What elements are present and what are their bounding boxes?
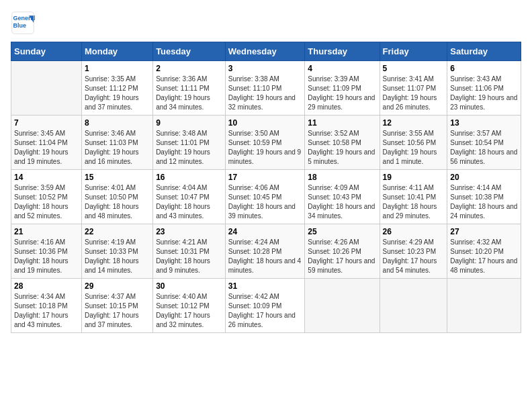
calendar-cell — [447, 279, 521, 333]
day-number: 19 — [383, 173, 445, 182]
calendar-cell: 13Sunrise: 3:57 AM Sunset: 10:54 PM Dayl… — [447, 116, 521, 170]
day-number: 31 — [228, 281, 302, 291]
calendar-cell: 2Sunrise: 3:36 AM Sunset: 11:11 PM Dayli… — [153, 61, 226, 116]
calendar-cell: 23Sunrise: 4:21 AM Sunset: 10:31 PM Dayl… — [153, 224, 226, 279]
day-info: Sunrise: 4:32 AM Sunset: 10:20 PM Daylig… — [450, 238, 518, 275]
calendar-cell: 5Sunrise: 3:41 AM Sunset: 11:07 PM Dayli… — [380, 61, 447, 116]
calendar-cell: 26Sunrise: 4:29 AM Sunset: 10:23 PM Dayl… — [380, 224, 447, 279]
calendar-cell: 12Sunrise: 3:55 AM Sunset: 10:56 PM Dayl… — [380, 116, 447, 170]
header-tuesday: Tuesday — [153, 42, 226, 61]
calendar-cell: 19Sunrise: 4:11 AM Sunset: 10:41 PM Dayl… — [380, 170, 447, 224]
day-info: Sunrise: 4:37 AM Sunset: 10:15 PM Daylig… — [85, 292, 150, 330]
day-number: 12 — [383, 118, 445, 128]
calendar-cell — [380, 279, 447, 333]
day-info: Sunrise: 3:35 AM Sunset: 11:12 PM Daylig… — [85, 75, 150, 112]
calendar-cell: 4Sunrise: 3:39 AM Sunset: 11:09 PM Dayli… — [305, 61, 380, 116]
calendar-cell: 25Sunrise: 4:26 AM Sunset: 10:26 PM Dayl… — [305, 224, 380, 279]
day-number: 2 — [156, 64, 222, 73]
calendar-cell: 14Sunrise: 3:59 AM Sunset: 10:52 PM Dayl… — [11, 170, 82, 224]
day-number: 25 — [308, 227, 376, 236]
day-number: 27 — [450, 227, 518, 236]
calendar-header-row: SundayMondayTuesdayWednesdayThursdayFrid… — [11, 42, 521, 61]
day-number: 5 — [383, 64, 445, 73]
day-number: 17 — [228, 173, 302, 182]
calendar-week-row: 7Sunrise: 3:45 AM Sunset: 11:04 PM Dayli… — [11, 116, 521, 170]
calendar-week-row: 1Sunrise: 3:35 AM Sunset: 11:12 PM Dayli… — [11, 61, 521, 116]
day-info: Sunrise: 3:46 AM Sunset: 11:03 PM Daylig… — [85, 129, 150, 167]
logo-icon: General Blue — [11, 11, 35, 35]
day-info: Sunrise: 3:55 AM Sunset: 10:56 PM Daylig… — [383, 129, 445, 167]
day-info: Sunrise: 3:48 AM Sunset: 11:01 PM Daylig… — [156, 129, 222, 167]
day-number: 22 — [85, 227, 150, 236]
day-info: Sunrise: 4:16 AM Sunset: 10:36 PM Daylig… — [14, 238, 79, 275]
day-number: 1 — [85, 64, 150, 73]
day-number: 15 — [85, 173, 150, 182]
day-info: Sunrise: 4:40 AM Sunset: 10:12 PM Daylig… — [156, 292, 222, 330]
day-number: 8 — [85, 118, 150, 128]
calendar-cell: 24Sunrise: 4:24 AM Sunset: 10:28 PM Dayl… — [225, 224, 305, 279]
day-number: 16 — [156, 173, 222, 182]
calendar-cell: 7Sunrise: 3:45 AM Sunset: 11:04 PM Dayli… — [11, 116, 82, 170]
day-number: 10 — [228, 118, 302, 128]
calendar-cell: 11Sunrise: 3:52 AM Sunset: 10:58 PM Dayl… — [305, 116, 380, 170]
calendar-cell: 8Sunrise: 3:46 AM Sunset: 11:03 PM Dayli… — [81, 116, 152, 170]
calendar-cell: 3Sunrise: 3:38 AM Sunset: 11:10 PM Dayli… — [225, 61, 305, 116]
day-number: 11 — [308, 118, 376, 128]
page-header: General Blue — [11, 11, 521, 35]
day-info: Sunrise: 3:59 AM Sunset: 10:52 PM Daylig… — [14, 183, 79, 221]
day-number: 30 — [156, 281, 222, 291]
day-number: 28 — [14, 281, 79, 291]
calendar-cell: 31Sunrise: 4:42 AM Sunset: 10:09 PM Dayl… — [225, 279, 305, 333]
header-thursday: Thursday — [305, 42, 380, 61]
day-info: Sunrise: 4:21 AM Sunset: 10:31 PM Daylig… — [156, 238, 222, 275]
day-number: 18 — [308, 173, 376, 182]
day-number: 26 — [383, 227, 445, 236]
calendar-cell: 18Sunrise: 4:09 AM Sunset: 10:43 PM Dayl… — [305, 170, 380, 224]
day-info: Sunrise: 4:19 AM Sunset: 10:33 PM Daylig… — [85, 238, 150, 275]
calendar-cell: 30Sunrise: 4:40 AM Sunset: 10:12 PM Dayl… — [153, 279, 226, 333]
day-info: Sunrise: 4:11 AM Sunset: 10:41 PM Daylig… — [383, 183, 445, 221]
day-info: Sunrise: 3:43 AM Sunset: 11:06 PM Daylig… — [450, 75, 518, 112]
calendar-cell: 10Sunrise: 3:50 AM Sunset: 10:59 PM Dayl… — [225, 116, 305, 170]
day-info: Sunrise: 3:39 AM Sunset: 11:09 PM Daylig… — [308, 75, 376, 112]
calendar-cell: 21Sunrise: 4:16 AM Sunset: 10:36 PM Dayl… — [11, 224, 82, 279]
day-info: Sunrise: 4:06 AM Sunset: 10:45 PM Daylig… — [228, 183, 302, 221]
day-info: Sunrise: 3:36 AM Sunset: 11:11 PM Daylig… — [156, 75, 222, 112]
day-info: Sunrise: 3:50 AM Sunset: 10:59 PM Daylig… — [228, 129, 302, 167]
header-wednesday: Wednesday — [225, 42, 305, 61]
day-info: Sunrise: 4:04 AM Sunset: 10:47 PM Daylig… — [156, 183, 222, 221]
header-monday: Monday — [81, 42, 152, 61]
day-info: Sunrise: 3:38 AM Sunset: 11:10 PM Daylig… — [228, 75, 302, 112]
day-info: Sunrise: 4:01 AM Sunset: 10:50 PM Daylig… — [85, 183, 150, 221]
day-number: 14 — [14, 173, 79, 182]
day-number: 3 — [228, 64, 302, 73]
calendar-cell: 1Sunrise: 3:35 AM Sunset: 11:12 PM Dayli… — [81, 61, 152, 116]
day-info: Sunrise: 4:34 AM Sunset: 10:18 PM Daylig… — [14, 292, 79, 330]
day-info: Sunrise: 3:57 AM Sunset: 10:54 PM Daylig… — [450, 129, 518, 167]
day-number: 6 — [450, 64, 518, 73]
calendar-cell: 6Sunrise: 3:43 AM Sunset: 11:06 PM Dayli… — [447, 61, 521, 116]
day-number: 20 — [450, 173, 518, 182]
day-number: 13 — [450, 118, 518, 128]
calendar-cell: 22Sunrise: 4:19 AM Sunset: 10:33 PM Dayl… — [81, 224, 152, 279]
day-number: 4 — [308, 64, 376, 73]
header-sunday: Sunday — [11, 42, 82, 61]
day-number: 7 — [14, 118, 79, 128]
calendar-week-row: 28Sunrise: 4:34 AM Sunset: 10:18 PM Dayl… — [11, 279, 521, 333]
day-info: Sunrise: 3:41 AM Sunset: 11:07 PM Daylig… — [383, 75, 445, 112]
day-info: Sunrise: 4:14 AM Sunset: 10:38 PM Daylig… — [450, 183, 518, 221]
day-number: 29 — [85, 281, 150, 291]
logo: General Blue — [11, 11, 35, 35]
day-info: Sunrise: 4:09 AM Sunset: 10:43 PM Daylig… — [308, 183, 376, 221]
day-number: 23 — [156, 227, 222, 236]
day-info: Sunrise: 3:45 AM Sunset: 11:04 PM Daylig… — [14, 129, 79, 167]
day-number: 24 — [228, 227, 302, 236]
day-info: Sunrise: 3:52 AM Sunset: 10:58 PM Daylig… — [308, 129, 376, 167]
calendar-cell: 27Sunrise: 4:32 AM Sunset: 10:20 PM Dayl… — [447, 224, 521, 279]
calendar-cell — [305, 279, 380, 333]
day-number: 21 — [14, 227, 79, 236]
day-number: 9 — [156, 118, 222, 128]
calendar-cell: 17Sunrise: 4:06 AM Sunset: 10:45 PM Dayl… — [225, 170, 305, 224]
calendar-cell: 29Sunrise: 4:37 AM Sunset: 10:15 PM Dayl… — [81, 279, 152, 333]
calendar-cell: 16Sunrise: 4:04 AM Sunset: 10:47 PM Dayl… — [153, 170, 226, 224]
